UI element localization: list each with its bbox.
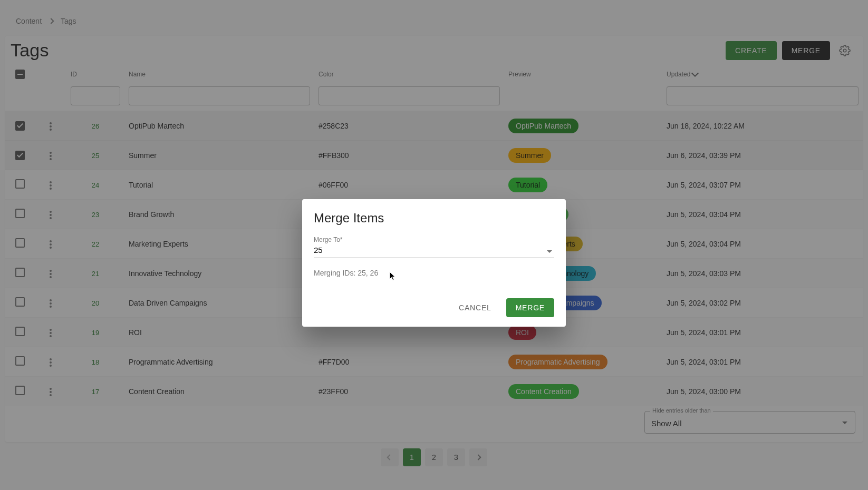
- merge-to-label: Merge To*: [314, 236, 554, 243]
- dialog-scrim[interactable]: Merge Items Merge To* Merging IDs: 25, 2…: [0, 0, 868, 490]
- merging-ids-text: Merging IDs: 25, 26: [314, 269, 554, 277]
- dialog-merge-button[interactable]: MERGE: [506, 298, 554, 317]
- merge-to-field[interactable]: Merge To*: [314, 236, 554, 258]
- cancel-button[interactable]: CANCEL: [449, 298, 501, 317]
- merge-dialog: Merge Items Merge To* Merging IDs: 25, 2…: [302, 199, 566, 327]
- caret-down-icon: [547, 250, 552, 253]
- dialog-title: Merge Items: [314, 211, 554, 226]
- merge-to-input[interactable]: [314, 244, 554, 258]
